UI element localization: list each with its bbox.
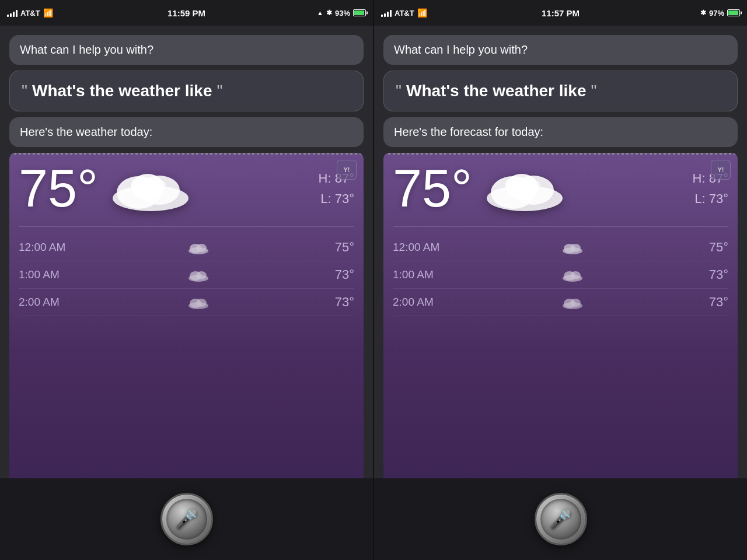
weather-card-right: Y! 75° H: 87° L: 73°	[383, 153, 738, 478]
siri-response-bubble-right: Here's the forecast for today:	[383, 117, 738, 147]
query-words-right: What's the weather like	[406, 82, 587, 100]
status-bar-left: AT&T 📶 11:59 PM ▲ ✱ 93%	[0, 0, 373, 26]
hourly-time-1-right: 1:00 AM	[393, 268, 451, 281]
status-right-left: ▲ ✱ 93%	[317, 9, 366, 18]
yahoo-label-left: Y!	[344, 166, 350, 173]
hourly-row-0-right: 12:00 AM 75°	[393, 234, 728, 261]
hourly-cloud-0-left	[187, 240, 210, 254]
siri-response-text-right: Here's the forecast for today:	[394, 125, 543, 138]
siri-greeting-text-left: What can I help you with?	[20, 43, 153, 56]
hourly-temp-1-right: 73°	[693, 267, 728, 282]
svg-point-14	[196, 299, 207, 307]
cloud-icon-right	[478, 162, 571, 215]
mic-inner-right: 🎤	[540, 499, 581, 540]
open-quote-right: "	[396, 82, 402, 100]
battery-indicator-right	[727, 9, 740, 16]
temperature-right: 75°	[393, 162, 472, 215]
weather-divider-right	[393, 226, 728, 227]
weather-divider-left	[19, 226, 354, 227]
user-query-bubble-right: " What's the weather like "	[383, 71, 738, 111]
query-words-left: What's the weather like	[32, 82, 212, 100]
svg-point-11	[196, 271, 207, 279]
bluetooth-icon-right: ✱	[700, 9, 706, 17]
svg-point-29	[570, 299, 581, 307]
hourly-temp-1-left: 73°	[319, 267, 354, 282]
hourly-row-0-left: 12:00 AM 75°	[19, 234, 354, 261]
hourly-row-2-left: 2:00 AM 73°	[19, 289, 354, 316]
location-icon: ▲	[317, 9, 323, 16]
hourly-cloud-1-right	[561, 268, 584, 282]
siri-greeting-left: What can I help you with?	[9, 35, 364, 65]
mic-icon-right: 🎤	[549, 508, 573, 530]
hourly-time-2-right: 2:00 AM	[393, 296, 451, 309]
hourly-temp-0-right: 75°	[693, 240, 728, 255]
siri-response-text-left: Here's the weather today:	[20, 125, 152, 138]
wifi-icon: 📶	[43, 8, 53, 18]
weather-card-left: Y! 75°	[9, 153, 364, 478]
user-query-bubble-left: " What's the weather like "	[9, 71, 364, 111]
query-text-right: " What's the weather like "	[396, 82, 725, 100]
conversation-right: What can I help you with? " What's the w…	[374, 26, 747, 478]
query-text-left: " What's the weather like "	[22, 82, 351, 100]
siri-greeting-text-right: What can I help you with?	[394, 43, 528, 56]
status-left: AT&T 📶	[7, 8, 53, 18]
hourly-cloud-0-right	[561, 240, 584, 254]
siri-mic-button-right[interactable]: 🎤	[535, 493, 587, 545]
hourly-time-0-left: 12:00 AM	[19, 241, 77, 254]
weather-main-left: 75°	[19, 162, 354, 215]
carrier-label-right: AT&T	[395, 9, 414, 18]
hourly-row-1-right: 1:00 AM 73°	[393, 261, 728, 289]
yahoo-label-right: Y!	[718, 166, 724, 173]
temperature-left: 75°	[19, 162, 98, 215]
close-quote-right: "	[591, 82, 596, 100]
time-display-left: 11:59 PM	[167, 8, 205, 18]
low-temp-right: L: 73°	[693, 188, 728, 209]
siri-greeting-right: What can I help you with?	[383, 35, 738, 65]
time-display-right: 11:57 PM	[542, 8, 580, 18]
hourly-cloud-1-left	[187, 268, 210, 282]
wifi-icon-right: 📶	[417, 8, 427, 18]
mic-icon-left: 🎤	[175, 508, 198, 530]
status-right-right: ✱ 97%	[700, 9, 740, 18]
siri-mic-button-left[interactable]: 🎤	[160, 493, 213, 545]
hourly-cloud-2-left	[187, 295, 210, 309]
cloud-icon-left	[104, 162, 197, 215]
svg-point-26	[570, 271, 581, 279]
battery-indicator	[353, 9, 366, 16]
siri-response-bubble-left: Here's the weather today:	[9, 117, 364, 147]
hourly-cloud-2-right	[561, 295, 584, 309]
signal-bars-right	[381, 9, 392, 17]
battery-percent: 93%	[335, 9, 350, 18]
hourly-time-2-left: 2:00 AM	[19, 296, 77, 309]
yahoo-badge-right: Y!	[711, 160, 731, 180]
conversation-left: What can I help you with? " What's the w…	[0, 26, 373, 478]
svg-point-8	[196, 244, 207, 252]
bottom-bar-left: 🎤	[0, 478, 373, 560]
mic-inner-left: 🎤	[166, 499, 207, 540]
bottom-bar-right: 🎤	[374, 478, 747, 560]
hourly-temp-0-left: 75°	[319, 240, 354, 255]
hourly-row-2-right: 2:00 AM 73°	[393, 289, 728, 316]
hourly-temp-2-left: 73°	[319, 295, 354, 310]
left-phone: AT&T 📶 11:59 PM ▲ ✱ 93% What can I help …	[0, 0, 374, 560]
svg-point-5	[149, 180, 166, 191]
open-quote-left: "	[22, 82, 27, 100]
svg-point-23	[570, 244, 581, 252]
hourly-temp-2-right: 73°	[693, 295, 728, 310]
close-quote-left: "	[217, 82, 222, 100]
hourly-time-1-left: 1:00 AM	[19, 268, 77, 281]
status-left-right: AT&T 📶	[381, 8, 427, 18]
hourly-row-1-left: 1:00 AM 73°	[19, 261, 354, 289]
weather-main-right: 75° H: 87° L: 73°	[393, 162, 728, 215]
yahoo-badge-left: Y!	[337, 160, 357, 180]
signal-bars	[7, 9, 18, 17]
bluetooth-icon: ✱	[326, 9, 332, 17]
right-phone: AT&T 📶 11:57 PM ✱ 97% What can I help yo…	[374, 0, 747, 560]
hourly-time-0-right: 12:00 AM	[393, 241, 451, 254]
status-bar-right: AT&T 📶 11:57 PM ✱ 97%	[374, 0, 747, 26]
low-temp-left: L: 73°	[319, 188, 354, 209]
svg-point-20	[523, 180, 540, 191]
carrier-label: AT&T	[20, 9, 40, 18]
battery-percent-right: 97%	[709, 9, 724, 18]
